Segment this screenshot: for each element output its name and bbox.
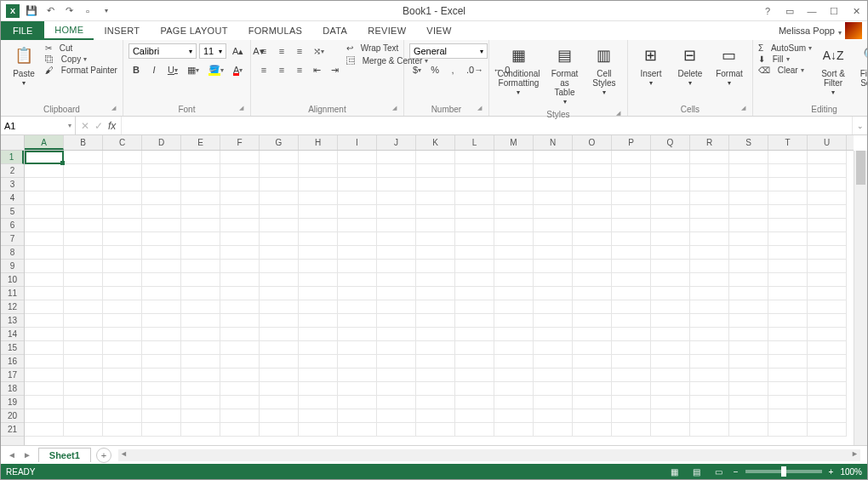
cell[interactable] xyxy=(377,246,416,260)
sort-filter-button[interactable]: A↓ZSort & Filter▾ xyxy=(815,43,851,99)
expand-formula-bar-icon[interactable]: ⌄ xyxy=(852,117,867,134)
cell[interactable] xyxy=(573,369,612,382)
cell[interactable] xyxy=(25,369,64,382)
cell[interactable] xyxy=(103,178,142,191)
cell[interactable] xyxy=(338,341,377,355)
cell[interactable] xyxy=(729,369,768,382)
cell[interactable] xyxy=(181,300,220,314)
cell[interactable] xyxy=(181,191,220,205)
tab-page-layout[interactable]: PAGE LAYOUT xyxy=(150,21,237,40)
cell[interactable] xyxy=(181,151,220,164)
cell[interactable] xyxy=(729,191,768,205)
cell[interactable] xyxy=(416,246,455,260)
cell[interactable] xyxy=(220,300,260,314)
formula-input[interactable] xyxy=(122,117,852,134)
cell[interactable] xyxy=(534,191,573,205)
cell[interactable] xyxy=(573,205,612,219)
cell[interactable] xyxy=(612,232,651,246)
cell[interactable] xyxy=(690,423,729,437)
cell[interactable] xyxy=(455,219,494,232)
fill-color-button[interactable]: 🪣 xyxy=(205,62,227,77)
cell[interactable] xyxy=(494,191,534,205)
column-header[interactable]: N xyxy=(534,135,573,150)
column-header[interactable]: F xyxy=(220,135,260,150)
cell[interactable] xyxy=(299,409,338,423)
cell[interactable] xyxy=(260,205,299,219)
cells-area[interactable] xyxy=(25,151,854,445)
cell[interactable] xyxy=(25,151,64,164)
cell[interactable] xyxy=(573,355,612,369)
cell[interactable] xyxy=(299,396,338,409)
cell[interactable] xyxy=(651,219,690,232)
cell[interactable] xyxy=(416,273,455,287)
cell[interactable] xyxy=(299,151,338,164)
accounting-format-icon[interactable]: $ xyxy=(409,62,425,77)
increase-decimal-icon[interactable]: .0→ xyxy=(463,62,487,77)
cell[interactable] xyxy=(768,369,808,382)
cell[interactable] xyxy=(103,328,142,341)
cell[interactable] xyxy=(181,232,220,246)
cell[interactable] xyxy=(573,396,612,409)
cell[interactable] xyxy=(377,369,416,382)
cell[interactable] xyxy=(103,423,142,437)
cell[interactable] xyxy=(260,341,299,355)
cell[interactable] xyxy=(299,260,338,273)
comma-format-icon[interactable]: , xyxy=(445,62,460,77)
vertical-scrollbar[interactable] xyxy=(854,151,867,445)
cell[interactable] xyxy=(808,287,847,300)
cell[interactable] xyxy=(260,328,299,341)
cell[interactable] xyxy=(64,423,103,437)
cell[interactable] xyxy=(220,314,260,328)
cell[interactable] xyxy=(64,246,103,260)
cell[interactable] xyxy=(494,369,534,382)
file-tab[interactable]: FILE xyxy=(1,21,44,40)
cell[interactable] xyxy=(25,273,64,287)
cell[interactable] xyxy=(64,178,103,191)
cell[interactable] xyxy=(612,300,651,314)
cell[interactable] xyxy=(573,164,612,178)
align-left-icon[interactable]: ≡ xyxy=(256,62,271,77)
cell[interactable] xyxy=(651,300,690,314)
cell[interactable] xyxy=(455,341,494,355)
column-header[interactable]: A xyxy=(25,135,64,150)
cell[interactable] xyxy=(494,205,534,219)
cell[interactable] xyxy=(260,191,299,205)
cell[interactable] xyxy=(808,246,847,260)
cell[interactable] xyxy=(103,409,142,423)
save-icon[interactable]: 💾 xyxy=(25,4,38,18)
cell[interactable] xyxy=(651,328,690,341)
cell[interactable] xyxy=(260,273,299,287)
cell[interactable] xyxy=(455,287,494,300)
fill-button[interactable]: ⬇ Fill xyxy=(758,54,812,64)
cell[interactable] xyxy=(338,409,377,423)
cell[interactable] xyxy=(808,369,847,382)
orientation-icon[interactable]: ⤭ xyxy=(310,43,328,59)
cell[interactable] xyxy=(142,164,181,178)
sheet-tab[interactable]: Sheet1 xyxy=(38,448,91,462)
cell[interactable] xyxy=(573,423,612,437)
cell[interactable] xyxy=(768,355,808,369)
cell[interactable] xyxy=(299,382,338,396)
cell[interactable] xyxy=(416,314,455,328)
row-header[interactable]: 7 xyxy=(1,232,24,246)
cell[interactable] xyxy=(534,423,573,437)
bold-button[interactable]: B xyxy=(128,62,144,77)
cell[interactable] xyxy=(534,219,573,232)
cell[interactable] xyxy=(299,178,338,191)
cell[interactable] xyxy=(808,205,847,219)
cell[interactable] xyxy=(612,260,651,273)
cell[interactable] xyxy=(729,246,768,260)
cell[interactable] xyxy=(181,369,220,382)
cell[interactable] xyxy=(651,273,690,287)
cell[interactable] xyxy=(299,164,338,178)
cell-styles-button[interactable]: ▥Cell Styles▾ xyxy=(586,43,622,99)
cell[interactable] xyxy=(181,355,220,369)
cell[interactable] xyxy=(260,232,299,246)
column-header[interactable]: H xyxy=(299,135,338,150)
cell[interactable] xyxy=(651,396,690,409)
font-name-select[interactable]: Calibri▾ xyxy=(128,43,197,59)
cell[interactable] xyxy=(181,314,220,328)
row-header[interactable]: 11 xyxy=(1,287,24,300)
cell[interactable] xyxy=(377,328,416,341)
cell[interactable] xyxy=(416,287,455,300)
